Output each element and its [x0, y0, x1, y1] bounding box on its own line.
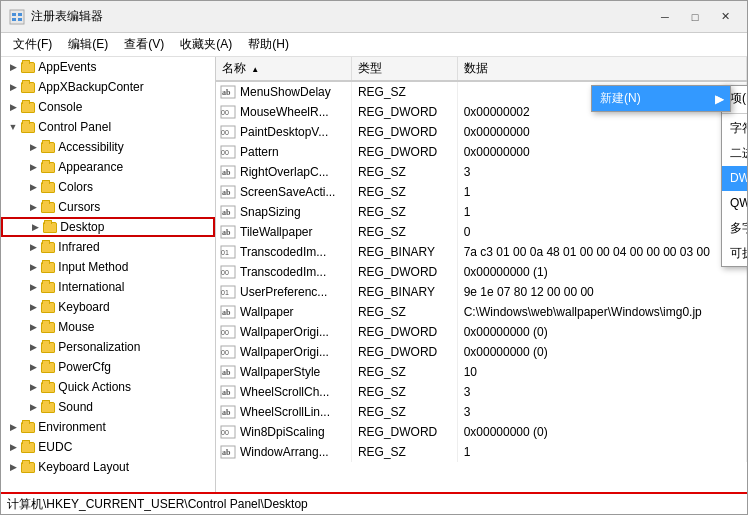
tree-item-controlpanel[interactable]: ▼ Control Panel	[1, 117, 215, 137]
expand-icon[interactable]: ▶	[25, 259, 41, 275]
table-row[interactable]: abWallpaperREG_SZC:\Windows\web\wallpape…	[216, 302, 747, 322]
row-type: REG_SZ	[352, 362, 457, 382]
expand-icon[interactable]: ▶	[25, 339, 41, 355]
expand-icon[interactable]: ▼	[5, 119, 21, 135]
table-row[interactable]: 00PaintDesktopV...REG_DWORD0x00000000	[216, 122, 747, 142]
tree-label: International	[58, 280, 124, 294]
tree-item-sound[interactable]: ▶ Sound	[1, 397, 215, 417]
tree-label: Keyboard	[58, 300, 109, 314]
expand-icon[interactable]: ▶	[25, 399, 41, 415]
menu-edit[interactable]: 编辑(E)	[60, 33, 116, 56]
row-name: Win8DpiScaling	[240, 425, 325, 439]
app-icon	[9, 9, 25, 25]
svg-text:ab: ab	[222, 308, 231, 317]
col-value[interactable]: 数据	[457, 57, 746, 81]
svg-rect-1	[12, 13, 16, 16]
table-row[interactable]: 00TranscodedIm...REG_DWORD0x00000000 (1)	[216, 262, 747, 282]
menu-favorites[interactable]: 收藏夹(A)	[172, 33, 240, 56]
reg-icon: ab	[220, 205, 236, 219]
tree-item-accessibility[interactable]: ▶ Accessibility	[1, 137, 215, 157]
tree-item-eudc[interactable]: ▶ EUDC	[1, 437, 215, 457]
table-row[interactable]: 00WallpaperOrigi...REG_DWORD0x00000000 (…	[216, 322, 747, 342]
tree-item-international[interactable]: ▶ International	[1, 277, 215, 297]
tree-item-keyboard[interactable]: ▶ Keyboard	[1, 297, 215, 317]
tree-label: Appearance	[58, 160, 123, 174]
tree-item-appearance[interactable]: ▶ Appearance	[1, 157, 215, 177]
tree-item-inputmethod[interactable]: ▶ Input Method	[1, 257, 215, 277]
expand-icon[interactable]: ▶	[5, 99, 21, 115]
tree-item-infrared[interactable]: ▶ Infrared	[1, 237, 215, 257]
tree-item-appxbackup[interactable]: ▶ AppXBackupConter	[1, 77, 215, 97]
tree-item-keyboardlayout[interactable]: ▶ Keyboard Layout	[1, 457, 215, 477]
tree-item-quickactions[interactable]: ▶ Quick Actions	[1, 377, 215, 397]
row-name: MouseWheelR...	[240, 105, 329, 119]
folder-icon	[41, 182, 55, 193]
ctx-new[interactable]: 新建(N) ▶	[592, 86, 730, 111]
expand-icon[interactable]: ▶	[25, 139, 41, 155]
table-row[interactable]: 01UserPreferenc...REG_BINARY9e 1e 07 80 …	[216, 282, 747, 302]
tree-item-appevents[interactable]: ▶ AppEvents	[1, 57, 215, 77]
svg-text:ab: ab	[222, 368, 231, 377]
menu-help[interactable]: 帮助(H)	[240, 33, 297, 56]
tree-item-console[interactable]: ▶ Console	[1, 97, 215, 117]
expand-icon[interactable]: ▶	[25, 279, 41, 295]
table-row[interactable]: abWheelScrollLin...REG_SZ3	[216, 402, 747, 422]
table-row[interactable]: 00PatternREG_DWORD0x00000000	[216, 142, 747, 162]
row-type: REG_SZ	[352, 382, 457, 402]
row-value: 1	[457, 202, 746, 222]
reg-icon: 00	[220, 145, 236, 159]
table-row[interactable]: abRightOverlapC...REG_SZ3	[216, 162, 747, 182]
col-name[interactable]: 名称 ▲	[216, 57, 352, 81]
expand-icon[interactable]: ▶	[25, 299, 41, 315]
table-row[interactable]: 00Win8DpiScalingREG_DWORD0x00000000 (0)	[216, 422, 747, 442]
row-value: 0x00000000	[457, 122, 746, 142]
status-bar: 计算机\HKEY_CURRENT_USER\Control Panel\Desk…	[1, 492, 747, 514]
row-name: TileWallpaper	[240, 225, 312, 239]
status-path: 计算机\HKEY_CURRENT_USER\Control Panel\Desk…	[7, 496, 308, 513]
expand-icon[interactable]: ▶	[5, 59, 21, 75]
expand-icon[interactable]: ▶	[25, 159, 41, 175]
svg-text:ab: ab	[222, 88, 231, 97]
window-controls: ─ □ ✕	[651, 6, 739, 28]
table-row[interactable]: abWheelScrollCh...REG_SZ3	[216, 382, 747, 402]
tree-item-desktop[interactable]: ▶ Desktop	[1, 217, 215, 237]
row-type: REG_SZ	[352, 81, 457, 102]
tree-item-personalization[interactable]: ▶ Personalization	[1, 337, 215, 357]
expand-icon[interactable]: ▶	[25, 239, 41, 255]
tree-label: AppEvents	[38, 60, 96, 74]
expand-icon[interactable]: ▶	[27, 219, 43, 235]
tree-item-environment[interactable]: ▶ Environment	[1, 417, 215, 437]
svg-text:00: 00	[221, 349, 229, 356]
maximize-button[interactable]: □	[681, 6, 709, 28]
table-row[interactable]: abWindowArrang...REG_SZ1	[216, 442, 747, 462]
row-type: REG_SZ	[352, 182, 457, 202]
tree-item-colors[interactable]: ▶ Colors	[1, 177, 215, 197]
reg-icon: ab	[220, 385, 236, 399]
table-row[interactable]: abTileWallpaperREG_SZ0	[216, 222, 747, 242]
minimize-button[interactable]: ─	[651, 6, 679, 28]
expand-icon[interactable]: ▶	[5, 419, 21, 435]
context-menu[interactable]: 新建(N) ▶	[591, 85, 731, 112]
table-row[interactable]: 01TranscodedIm...REG_BINARY7a c3 01 00 0…	[216, 242, 747, 262]
menu-file[interactable]: 文件(F)	[5, 33, 60, 56]
expand-icon[interactable]: ▶	[25, 199, 41, 215]
table-row[interactable]: abSnapSizingREG_SZ1	[216, 202, 747, 222]
menu-view[interactable]: 查看(V)	[116, 33, 172, 56]
folder-icon	[41, 322, 55, 333]
expand-icon[interactable]: ▶	[5, 439, 21, 455]
expand-icon[interactable]: ▶	[25, 319, 41, 335]
table-row[interactable]: 00WallpaperOrigi...REG_DWORD0x00000000 (…	[216, 342, 747, 362]
expand-icon[interactable]: ▶	[25, 379, 41, 395]
close-button[interactable]: ✕	[711, 6, 739, 28]
table-row[interactable]: abScreenSaveActi...REG_SZ1	[216, 182, 747, 202]
tree-item-cursors[interactable]: ▶ Cursors	[1, 197, 215, 217]
row-name: TranscodedIm...	[240, 245, 326, 259]
table-row[interactable]: abWallpaperStyleREG_SZ10	[216, 362, 747, 382]
expand-icon[interactable]: ▶	[25, 359, 41, 375]
col-type[interactable]: 类型	[352, 57, 457, 81]
expand-icon[interactable]: ▶	[5, 459, 21, 475]
expand-icon[interactable]: ▶	[5, 79, 21, 95]
tree-item-powercfg[interactable]: ▶ PowerCfg	[1, 357, 215, 377]
tree-item-mouse[interactable]: ▶ Mouse	[1, 317, 215, 337]
expand-icon[interactable]: ▶	[25, 179, 41, 195]
